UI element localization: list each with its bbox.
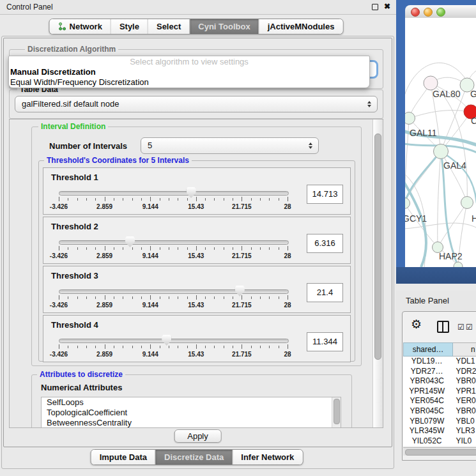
network-view-canvas[interactable]: GAL80GACGAL11GAL4GCY1HHAP2 — [405, 18, 476, 267]
checkbox-icon[interactable]: ☑ — [466, 323, 472, 332]
table-row[interactable]: YBR043CYBR0 — [403, 376, 476, 387]
network-node-label: GAL4 — [443, 160, 466, 171]
minimize-traffic-light-icon[interactable] — [424, 8, 433, 17]
table-panel-header: Table Panel — [396, 291, 476, 310]
threshold-slider[interactable]: -3.4262.8599.14415.4321.71528 — [59, 187, 288, 213]
attribute-list-item[interactable]: SelfLoops — [42, 397, 341, 408]
slider-scale: -3.4262.8599.14415.4321.71528 — [59, 302, 288, 309]
checkbox-icon[interactable]: ☑ — [457, 323, 464, 332]
network-node-label: GA — [470, 89, 476, 99]
scale-label: 28 — [284, 252, 291, 259]
vertical-scrollbar[interactable] — [372, 119, 383, 427]
settings-scroll-area: Interval Definition Number of Intervals … — [9, 119, 383, 428]
threshold-value-field[interactable]: 11.344 — [307, 332, 343, 351]
cell-name: YLR3 — [450, 426, 476, 436]
tab-select[interactable]: Select — [148, 19, 189, 34]
threshold-value-field[interactable]: 21.4 — [307, 283, 343, 302]
tab-infer-network[interactable]: Infer Network — [232, 450, 302, 464]
cell-name: YPR1 — [450, 387, 476, 397]
tab-style[interactable]: Style — [111, 19, 148, 34]
table-row[interactable]: YDL19…YDL1 — [403, 357, 476, 367]
table-row[interactable]: YIL052CYIL0 — [403, 436, 476, 447]
table-row[interactable]: YDR27…YDR2 — [403, 367, 476, 377]
scale-label: 21.715 — [232, 203, 252, 210]
threshold-slider[interactable]: -3.4262.8599.14415.4321.71528 — [59, 286, 288, 311]
float-window-icon[interactable] — [372, 4, 378, 10]
threshold-value-field[interactable]: 14.713 — [307, 185, 343, 204]
numerical-attributes-list[interactable]: SelfLoopsTopologicalCoefficientBetweenne… — [41, 397, 341, 428]
tab-cyni-toolbox[interactable]: Cyni Toolbox — [189, 19, 258, 34]
horizontal-scrollbar[interactable] — [403, 447, 476, 456]
cell-name: YBR0 — [450, 406, 476, 417]
slider-track[interactable] — [59, 191, 289, 196]
slider-track[interactable] — [59, 240, 289, 245]
scrollbar-thumb[interactable] — [374, 134, 381, 360]
tab-network[interactable]: Network — [50, 19, 111, 34]
close-traffic-light-icon[interactable] — [411, 8, 420, 17]
tab-label: Network — [70, 22, 102, 31]
dropdown-prompt: Select algorithm to view settings — [9, 56, 369, 67]
table-row[interactable]: YER054CYER0 — [403, 396, 476, 406]
numerical-attributes-label: Numerical Attributes — [41, 383, 122, 392]
slider-track[interactable] — [59, 339, 289, 343]
table-data-value: galFiltered.sif default node — [22, 99, 119, 109]
cell-name: YBR0 — [450, 376, 476, 387]
tab-label: Style — [119, 22, 139, 31]
scrollbar-thumb[interactable] — [405, 449, 476, 456]
cell-shared-name: YLR345W — [403, 426, 450, 436]
cell-shared-name: YPR145W — [403, 387, 450, 397]
tab-jactivemnodules[interactable]: jActiveMNodules — [259, 19, 343, 34]
network-node[interactable] — [405, 112, 415, 125]
network-node[interactable] — [424, 76, 438, 90]
cell-shared-name: YIL052C — [403, 436, 450, 447]
slider-track[interactable] — [59, 289, 289, 294]
table-row[interactable]: YBR045CYBR0 — [403, 406, 476, 417]
list-scrollbar[interactable] — [332, 397, 341, 428]
tab-label: Select — [157, 22, 181, 31]
threshold-row: Threshold 3 -3.4262.8599.14415.4321.7152… — [43, 266, 351, 313]
thresholds-group: Threshold's Coordinates for 5 Intervals … — [38, 160, 355, 362]
cell-shared-name: YBL079W — [403, 417, 450, 427]
column-header-name[interactable]: n — [453, 342, 476, 357]
screen: Control Panel ✖ NetworkStyleSelectCyni T… — [0, 0, 476, 476]
network-node[interactable] — [461, 197, 473, 209]
column-header-shared[interactable]: shared… — [403, 342, 453, 357]
apply-button[interactable]: Apply — [174, 429, 222, 443]
slider-ticks — [59, 197, 288, 203]
threshold-slider[interactable]: -3.4262.8599.14415.4321.71528 — [59, 335, 288, 360]
combo-arrows-icon — [367, 101, 371, 107]
table-data-combobox[interactable]: galFiltered.sif default node — [15, 96, 378, 112]
column-layout-icon[interactable] — [437, 321, 449, 333]
tab-discretize-data[interactable]: Discretize Data — [155, 450, 232, 464]
table-row[interactable]: YBL079WYBL0 — [403, 417, 476, 427]
network-node-label: C — [471, 116, 476, 126]
attribute-list-item[interactable]: BetweennessCentrality — [42, 418, 341, 428]
spinner-arrows-icon — [309, 142, 312, 149]
network-node[interactable] — [434, 144, 449, 159]
interval-definition-group: Interval Definition Number of Intervals … — [31, 127, 362, 366]
zoom-traffic-light-icon[interactable] — [436, 8, 445, 17]
threshold-value-field[interactable]: 6.316 — [307, 234, 343, 253]
threshold-row: Threshold 1 -3.4262.8599.14415.4321.7152… — [43, 167, 351, 215]
scale-label: 9.144 — [142, 203, 158, 210]
attribute-list-item[interactable]: TopologicalCoefficient — [42, 408, 341, 418]
table-row[interactable]: YPR145WYPR1 — [403, 387, 476, 397]
cell-name: YDR2 — [450, 367, 476, 377]
gear-icon[interactable]: ⚙ — [411, 317, 422, 332]
close-icon[interactable]: ✖ — [384, 2, 390, 11]
tab-impute-data[interactable]: Impute Data — [91, 450, 155, 464]
attributes-group: Attributes to discretize Numerical Attri… — [31, 374, 352, 428]
slider-scale: -3.4262.8599.14415.4321.71528 — [59, 351, 288, 358]
slider-ticks — [59, 344, 288, 350]
dropdown-option-equal-width-frequency[interactable]: Equal Width/Frequency Discretization — [9, 77, 369, 88]
scale-label: 2.859 — [96, 203, 112, 210]
threshold-slider[interactable]: -3.4262.8599.14415.4321.71528 — [59, 236, 288, 262]
network-node[interactable] — [405, 198, 410, 209]
number-of-intervals-spinner[interactable]: 5 — [141, 137, 319, 154]
scale-label: -3.426 — [50, 302, 68, 309]
dropdown-option-manual-discretization[interactable]: Manual Discretization — [9, 67, 369, 77]
network-icon — [58, 22, 66, 31]
table-row[interactable]: YLR345WYLR3 — [403, 426, 476, 436]
cyni-toolbox-panel: Discretization Algorithm Select algorith… — [3, 38, 392, 447]
scale-label: 15.43 — [188, 302, 204, 309]
